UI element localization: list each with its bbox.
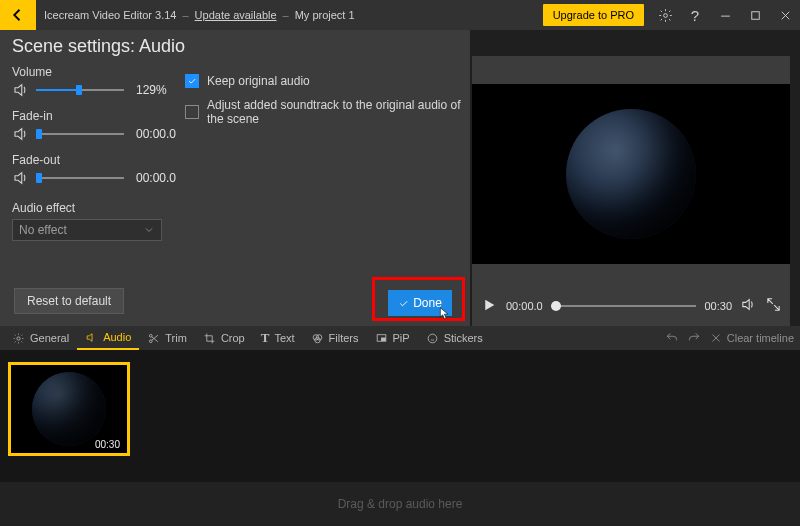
update-link[interactable]: Update available [195, 9, 277, 21]
audio-drop-zone[interactable]: Drag & drop audio here [0, 482, 800, 526]
clip-thumbnail [32, 372, 106, 446]
preview-current-time: 00:00.0 [506, 300, 543, 312]
settings-button[interactable] [650, 0, 680, 30]
keep-original-checkbox[interactable] [185, 74, 199, 88]
expand-icon [765, 296, 782, 313]
scene-settings-panel: Scene settings: Audio Volume 129% Fade-i… [0, 30, 470, 326]
audio-effect-label: Audio effect [12, 201, 75, 215]
arrow-left-icon [9, 6, 27, 24]
fadein-value: 00:00.0 [136, 127, 176, 141]
preview-pane: 00:00.0 00:30 [472, 56, 790, 326]
tab-general[interactable]: General [4, 326, 77, 350]
preview-duration: 00:30 [704, 300, 732, 312]
filters-icon [311, 332, 324, 345]
text-icon: T [261, 330, 270, 346]
svg-point-10 [428, 334, 437, 343]
play-icon [480, 296, 498, 314]
stickers-icon [426, 332, 439, 345]
close-icon [778, 8, 793, 23]
close-button[interactable] [770, 0, 800, 30]
play-button[interactable] [480, 296, 498, 317]
tab-filters[interactable]: Filters [303, 326, 367, 350]
volume-slider[interactable] [36, 83, 124, 97]
minimize-button[interactable] [710, 0, 740, 30]
fadeout-speaker-icon [12, 169, 30, 187]
pip-icon [375, 332, 388, 345]
tab-stickers[interactable]: Stickers [418, 326, 491, 350]
check-icon [398, 298, 409, 309]
fadeout-label: Fade-out [12, 153, 60, 167]
help-icon: ? [691, 7, 699, 24]
upgrade-button[interactable]: Upgrade to PRO [543, 4, 644, 26]
fadein-speaker-icon [12, 125, 30, 143]
project-name: My project 1 [295, 9, 355, 21]
done-button[interactable]: Done [388, 290, 452, 316]
adjust-soundtrack-label: Adjust added soundtrack to the original … [207, 98, 467, 126]
fadeout-slider[interactable] [36, 171, 124, 185]
speaker-icon [740, 296, 757, 313]
page-title: Scene settings: Audio [12, 36, 458, 65]
crop-icon [203, 332, 216, 345]
svg-rect-1 [751, 11, 759, 19]
tab-text[interactable]: TText [253, 326, 303, 350]
fadein-label: Fade-in [12, 109, 53, 123]
fullscreen-button[interactable] [765, 296, 782, 316]
app-name: Icecream Video Editor 3.14 [44, 9, 176, 21]
tab-crop[interactable]: Crop [195, 326, 253, 350]
help-button[interactable]: ? [680, 0, 710, 30]
svg-point-3 [150, 334, 153, 337]
clip-duration: 00:30 [92, 439, 123, 450]
audio-effect-value: No effect [19, 223, 67, 237]
redo-button[interactable] [687, 331, 701, 345]
preview-video [472, 84, 790, 264]
title-text: Icecream Video Editor 3.14 – Update avai… [44, 9, 355, 21]
minimize-icon [718, 8, 733, 23]
redo-icon [687, 331, 701, 345]
svg-point-2 [17, 336, 20, 339]
timeline-clip[interactable]: 00:30 [8, 362, 130, 456]
earth-graphic [566, 109, 696, 239]
preview-volume-button[interactable] [740, 296, 757, 316]
volume-speaker-icon[interactable] [12, 81, 30, 99]
svg-rect-9 [381, 337, 385, 340]
audio-effect-select[interactable]: No effect [12, 219, 162, 241]
chevron-down-icon [143, 224, 155, 236]
gear-icon [12, 332, 25, 345]
back-button[interactable] [0, 0, 36, 30]
scissors-icon [147, 332, 160, 345]
undo-icon [665, 331, 679, 345]
adjust-soundtrack-checkbox[interactable] [185, 105, 199, 119]
tool-tabs: General Audio Trim Crop TText Filters Pi… [0, 326, 800, 350]
keep-original-label: Keep original audio [207, 74, 310, 88]
timeline: 00:30 Drag & drop audio here [0, 350, 800, 526]
check-icon [187, 76, 197, 86]
close-icon [709, 331, 723, 345]
fadeout-value: 00:00.0 [136, 171, 176, 185]
undo-button[interactable] [665, 331, 679, 345]
clear-timeline-button[interactable]: Clear timeline [709, 331, 794, 345]
maximize-icon [748, 8, 763, 23]
volume-value: 129% [136, 83, 167, 97]
svg-point-4 [150, 339, 153, 342]
reset-button[interactable]: Reset to default [14, 288, 124, 314]
done-label: Done [413, 296, 442, 310]
preview-seek-slider[interactable] [551, 299, 697, 313]
tab-trim[interactable]: Trim [139, 326, 195, 350]
gear-icon [658, 8, 673, 23]
audio-icon [85, 331, 98, 344]
maximize-button[interactable] [740, 0, 770, 30]
tab-audio[interactable]: Audio [77, 326, 139, 350]
svg-point-0 [663, 13, 667, 17]
fadein-slider[interactable] [36, 127, 124, 141]
tab-pip[interactable]: PiP [367, 326, 418, 350]
